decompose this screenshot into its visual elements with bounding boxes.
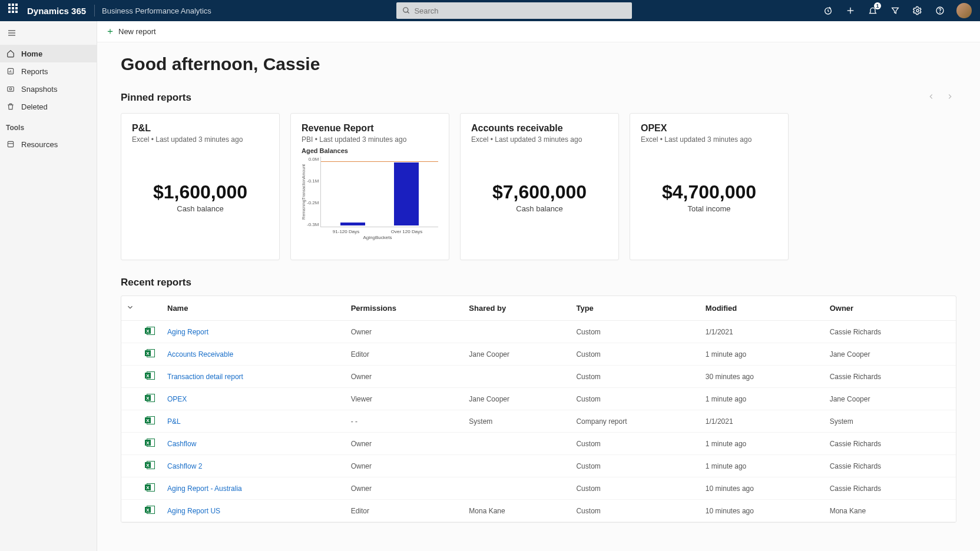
- svg-point-7: [940, 12, 941, 13]
- timer-icon[interactable]: [817, 0, 839, 21]
- global-search[interactable]: [396, 2, 632, 19]
- report-sharedby: Jane Cooper: [464, 388, 571, 410]
- table-row[interactable]: CashflowOwnerCustom1 minute agoCassie Ri…: [121, 433, 956, 455]
- excel-icon: [146, 416, 155, 424]
- report-link[interactable]: Aging Report: [167, 328, 208, 336]
- pinned-card-opex[interactable]: OPEX Excel • Last updated 3 minutes ago …: [630, 113, 789, 260]
- user-avatar[interactable]: [956, 3, 972, 18]
- table-row[interactable]: Cashflow 2OwnerCustom1 minute agoCassie …: [121, 455, 956, 477]
- search-input[interactable]: [414, 6, 626, 15]
- greeting-heading: Good afternoon, Cassie: [121, 54, 956, 74]
- svg-point-0: [403, 8, 408, 12]
- chart-title: Aged Balances: [302, 147, 438, 154]
- report-type: Custom: [571, 477, 700, 500]
- report-link[interactable]: Cashflow 2: [167, 462, 202, 470]
- filter-icon[interactable]: [885, 0, 906, 21]
- table-header-sharedby[interactable]: Shared by: [464, 296, 571, 321]
- table-row[interactable]: Aging Report USEditorMona KaneCustom10 m…: [121, 500, 956, 522]
- report-owner: Cassie Richards: [825, 455, 956, 477]
- sidebar-item-snapshots[interactable]: Snapshots: [0, 80, 97, 98]
- report-type: Custom: [571, 343, 700, 366]
- sidebar-item-deleted[interactable]: Deleted: [0, 98, 97, 115]
- excel-icon: [146, 506, 155, 514]
- pinned-card-ar[interactable]: Accounts receivable Excel • Last updated…: [460, 113, 619, 260]
- table-header-type[interactable]: Type: [571, 296, 700, 321]
- report-name-cell[interactable]: OPEX: [163, 388, 346, 410]
- new-report-button[interactable]: ＋ New report: [105, 25, 156, 38]
- report-link[interactable]: Transaction detail report: [167, 373, 243, 381]
- sidebar-item-label: Resources: [21, 140, 58, 149]
- excel-icon: [146, 439, 155, 447]
- report-sharedby: [464, 366, 571, 388]
- pinned-card-revenue[interactable]: Revenue Report PBI • Last updated 3 minu…: [290, 113, 449, 260]
- app-launcher-icon[interactable]: [8, 4, 22, 18]
- table-row[interactable]: Transaction detail reportOwnerCustom30 m…: [121, 366, 956, 388]
- report-owner: Cassie Richards: [825, 366, 956, 388]
- pinned-section-title: Pinned reports: [121, 89, 956, 106]
- report-name-cell[interactable]: Aging Report - Australia: [163, 477, 346, 500]
- excel-icon: [146, 349, 155, 357]
- svg-point-16: [9, 88, 12, 90]
- table-row[interactable]: Accounts ReceivableEditorJane CooperCust…: [121, 343, 956, 366]
- notifications-icon[interactable]: 1: [862, 0, 883, 21]
- report-link[interactable]: Aging Report US: [167, 507, 220, 515]
- sidebar-toggle[interactable]: [2, 24, 21, 42]
- report-name-cell[interactable]: Cashflow: [163, 433, 346, 455]
- card-label: Cash balance: [516, 204, 563, 213]
- card-value: $7,600,000: [492, 181, 587, 203]
- report-link[interactable]: Aging Report - Australia: [167, 484, 242, 493]
- chevron-down-icon: [126, 303, 134, 311]
- report-name-cell[interactable]: Transaction detail report: [163, 366, 346, 388]
- svg-line-1: [408, 12, 409, 14]
- reports-icon: [6, 67, 15, 76]
- card-value: $1,600,000: [153, 181, 247, 203]
- report-name-cell[interactable]: Aging Report US: [163, 500, 346, 522]
- table-row[interactable]: Aging ReportOwnerCustom1/1/2021Cassie Ri…: [121, 321, 956, 343]
- sidebar-item-label: Home: [21, 49, 42, 58]
- table-row[interactable]: Aging Report - AustraliaOwnerCustom10 mi…: [121, 477, 956, 500]
- table-header-owner[interactable]: Owner: [825, 296, 956, 321]
- recent-section-title: Recent reports: [121, 277, 956, 288]
- sidebar-item-resources[interactable]: Resources: [0, 135, 97, 153]
- report-link[interactable]: Accounts Receivable: [167, 350, 233, 359]
- card-title: OPEX: [641, 123, 777, 134]
- report-link[interactable]: OPEX: [167, 395, 187, 403]
- report-type: Custom: [571, 366, 700, 388]
- pinned-next-button[interactable]: [943, 89, 956, 106]
- report-sharedby: [464, 433, 571, 455]
- table-header-modified[interactable]: Modified: [701, 296, 825, 321]
- table-header-expand[interactable]: [121, 296, 139, 321]
- card-label: Cash balance: [177, 204, 224, 213]
- report-permissions: Owner: [346, 477, 465, 500]
- report-link[interactable]: P&L: [167, 417, 181, 426]
- sidebar-item-label: Deleted: [21, 102, 48, 111]
- settings-icon[interactable]: [907, 0, 928, 21]
- excel-icon: [146, 327, 155, 335]
- excel-icon: [146, 483, 155, 492]
- sidebar-item-label: Snapshots: [21, 85, 57, 94]
- table-header-permissions[interactable]: Permissions: [346, 296, 465, 321]
- report-owner: Cassie Richards: [825, 477, 956, 500]
- table-header-name[interactable]: Name: [163, 296, 346, 321]
- add-icon[interactable]: [840, 0, 861, 21]
- table-row[interactable]: P&L- -SystemCompany report1/1/2021System: [121, 410, 956, 433]
- sidebar-item-home[interactable]: Home: [0, 45, 97, 62]
- report-name-cell[interactable]: P&L: [163, 410, 346, 433]
- help-icon[interactable]: [929, 0, 951, 21]
- sidebar-item-reports[interactable]: Reports: [0, 62, 97, 80]
- report-name-cell[interactable]: Aging Report: [163, 321, 346, 343]
- report-link[interactable]: Cashflow: [167, 440, 196, 448]
- pinned-card-pl[interactable]: P&L Excel • Last updated 3 minutes ago $…: [121, 113, 280, 260]
- table-row[interactable]: OPEXViewerJane CooperCustom1 minute agoJ…: [121, 388, 956, 410]
- report-owner: Mona Kane: [825, 500, 956, 522]
- card-subtitle: Excel • Last updated 3 minutes ago: [471, 135, 608, 144]
- card-subtitle: Excel • Last updated 3 minutes ago: [641, 135, 777, 144]
- pinned-prev-button[interactable]: [925, 89, 938, 106]
- report-name-cell[interactable]: Accounts Receivable: [163, 343, 346, 366]
- chart-bar-1: [394, 162, 419, 225]
- search-icon: [402, 6, 410, 15]
- plus-icon: ＋: [105, 25, 115, 38]
- top-navbar: Dynamics 365 Business Performance Analyt…: [0, 0, 980, 21]
- report-name-cell[interactable]: Cashflow 2: [163, 455, 346, 477]
- report-permissions: Editor: [346, 500, 465, 522]
